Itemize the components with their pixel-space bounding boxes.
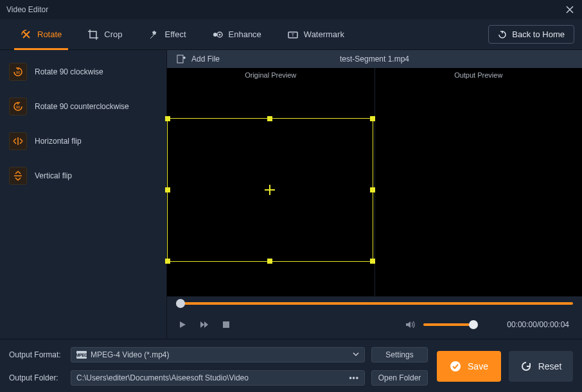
svg-point-9 bbox=[450, 361, 461, 371]
close-button[interactable] bbox=[564, 4, 576, 15]
crop-handle-tr[interactable] bbox=[370, 116, 375, 121]
svg-point-0 bbox=[213, 33, 217, 37]
tab-watermark[interactable]: T Watermark bbox=[274, 19, 357, 50]
output-format-label: Output Format: bbox=[9, 350, 64, 359]
output-format-select[interactable]: MPEG MPEG-4 Video (*.mp4) bbox=[71, 347, 365, 362]
sidebar-item-label: Rotate 90 clockwise bbox=[35, 67, 103, 76]
sidebar-item-label: Rotate 90 counterclockwise bbox=[35, 102, 129, 111]
play-icon bbox=[178, 320, 187, 329]
action-buttons: Save Reset bbox=[437, 347, 573, 386]
open-folder-button[interactable]: Open Folder bbox=[371, 370, 428, 386]
output-format-value: MPEG-4 Video (*.mp4) bbox=[91, 350, 170, 359]
crop-handle-tm[interactable] bbox=[267, 116, 272, 121]
rotate-ccw-icon: 90 bbox=[9, 98, 27, 115]
original-preview-header: Original Preview bbox=[167, 68, 375, 83]
back-arrow-icon bbox=[498, 30, 507, 39]
volume-button[interactable] bbox=[404, 318, 417, 331]
sidebar: 90 Rotate 90 clockwise 90 Rotate 90 coun… bbox=[0, 50, 167, 339]
effect-icon bbox=[148, 29, 160, 40]
output-preview-header: Output Preview bbox=[375, 68, 583, 83]
rotate-icon bbox=[21, 29, 32, 40]
play-button[interactable] bbox=[176, 318, 189, 331]
svg-text:90: 90 bbox=[16, 105, 21, 109]
tab-crop[interactable]: Crop bbox=[75, 19, 135, 50]
output-folder-input[interactable]: C:\Users\editer\Documents\Aiseesoft Stud… bbox=[71, 370, 365, 386]
vertical-flip-icon bbox=[9, 167, 27, 185]
check-circle-icon bbox=[450, 361, 461, 372]
add-file-label: Add File bbox=[191, 55, 220, 64]
sidebar-item-rotate-cw[interactable]: 90 Rotate 90 clockwise bbox=[6, 59, 160, 85]
crop-icon bbox=[87, 29, 99, 40]
titlebar: Video Editor bbox=[0, 0, 582, 19]
content: Add File test-Segment 1.mp4 Original Pre… bbox=[167, 50, 582, 339]
bottom-panel: Output Format: MPEG MPEG-4 Video (*.mp4)… bbox=[0, 339, 582, 392]
tab-enhance[interactable]: Enhance bbox=[199, 19, 274, 50]
sidebar-item-vflip[interactable]: Vertical flip bbox=[6, 163, 160, 189]
svg-rect-7 bbox=[177, 55, 183, 63]
output-folder-label: Output Folder: bbox=[9, 373, 64, 382]
tab-effect-label: Effect bbox=[165, 30, 186, 39]
save-label: Save bbox=[468, 361, 488, 371]
tab-rotate-label: Rotate bbox=[37, 30, 62, 39]
volume-thumb[interactable] bbox=[469, 320, 478, 329]
close-icon bbox=[566, 6, 574, 13]
main: 90 Rotate 90 clockwise 90 Rotate 90 coun… bbox=[0, 50, 582, 339]
add-file-button[interactable]: Add File bbox=[176, 54, 220, 64]
forward-icon bbox=[199, 320, 209, 329]
output-preview-pane bbox=[375, 83, 583, 296]
sidebar-item-label: Horizontal flip bbox=[35, 137, 82, 146]
forward-button[interactable] bbox=[198, 318, 211, 331]
tab-watermark-label: Watermark bbox=[304, 30, 344, 39]
reset-label: Reset bbox=[538, 361, 562, 371]
sidebar-item-rotate-ccw[interactable]: 90 Rotate 90 counterclockwise bbox=[6, 94, 160, 119]
add-file-icon bbox=[176, 54, 186, 64]
reset-icon bbox=[520, 361, 532, 372]
sidebar-item-hflip[interactable]: Horizontal flip bbox=[6, 128, 160, 154]
enhance-icon bbox=[212, 29, 224, 40]
reset-button[interactable]: Reset bbox=[509, 351, 573, 382]
svg-point-2 bbox=[218, 33, 220, 35]
app-title: Video Editor bbox=[6, 5, 48, 14]
crop-handle-br[interactable] bbox=[370, 259, 375, 264]
stop-button[interactable] bbox=[220, 318, 233, 331]
tab-rotate[interactable]: Rotate bbox=[8, 19, 75, 50]
crop-handle-bm[interactable] bbox=[267, 259, 272, 264]
svg-rect-8 bbox=[223, 321, 229, 328]
output-form: Output Format: MPEG MPEG-4 Video (*.mp4)… bbox=[9, 347, 428, 386]
timeline-thumb[interactable] bbox=[176, 299, 185, 308]
output-folder-value: C:\Users\editer\Documents\Aiseesoft Stud… bbox=[76, 373, 249, 382]
time-display: 00:00:00/00:00:04 bbox=[507, 320, 569, 329]
volume-icon bbox=[405, 320, 416, 329]
video-area bbox=[167, 83, 582, 296]
crop-selection-box[interactable] bbox=[167, 118, 373, 262]
crop-handle-bl[interactable] bbox=[165, 259, 170, 264]
crop-handle-lm[interactable] bbox=[165, 187, 170, 192]
save-button[interactable]: Save bbox=[437, 351, 501, 382]
crop-handle-tl[interactable] bbox=[165, 116, 170, 121]
sidebar-item-label: Vertical flip bbox=[35, 171, 72, 180]
browse-button[interactable]: ••• bbox=[349, 373, 359, 382]
playback-controls: 00:00:00/00:00:04 bbox=[167, 311, 582, 339]
file-bar: Add File test-Segment 1.mp4 bbox=[167, 50, 582, 68]
preview-headers: Original Preview Output Preview bbox=[167, 68, 582, 83]
svg-text:90: 90 bbox=[16, 71, 21, 74]
original-preview-pane[interactable] bbox=[167, 83, 375, 296]
rotate-cw-icon: 90 bbox=[9, 63, 27, 81]
svg-text:T: T bbox=[292, 33, 295, 37]
timeline-track[interactable] bbox=[176, 302, 573, 305]
horizontal-flip-icon bbox=[9, 132, 27, 150]
toolbar: Rotate Crop Effect Enhance T Watermark B… bbox=[0, 19, 582, 50]
chevron-down-icon bbox=[353, 350, 359, 359]
back-to-home-label: Back to Home bbox=[512, 30, 565, 39]
current-filename: test-Segment 1.mp4 bbox=[340, 55, 409, 64]
timeline[interactable] bbox=[167, 296, 582, 311]
back-to-home-button[interactable]: Back to Home bbox=[488, 25, 574, 44]
volume-slider[interactable] bbox=[423, 323, 475, 326]
watermark-icon: T bbox=[287, 29, 299, 40]
crop-center-cross-icon bbox=[265, 185, 275, 195]
crop-handle-rm[interactable] bbox=[370, 187, 375, 192]
tab-crop-label: Crop bbox=[104, 30, 122, 39]
settings-button[interactable]: Settings bbox=[371, 347, 428, 362]
mpeg-badge-icon: MPEG bbox=[76, 351, 87, 359]
tab-effect[interactable]: Effect bbox=[136, 19, 199, 50]
